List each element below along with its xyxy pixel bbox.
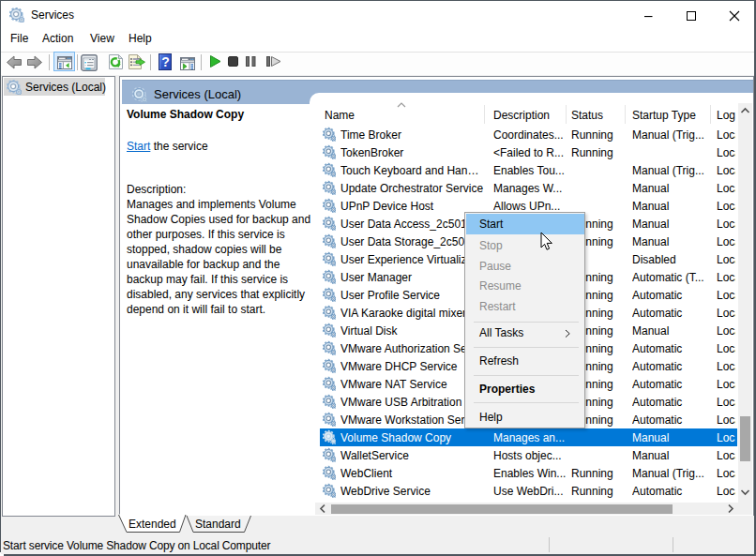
svg-text:?: ? — [161, 54, 170, 69]
